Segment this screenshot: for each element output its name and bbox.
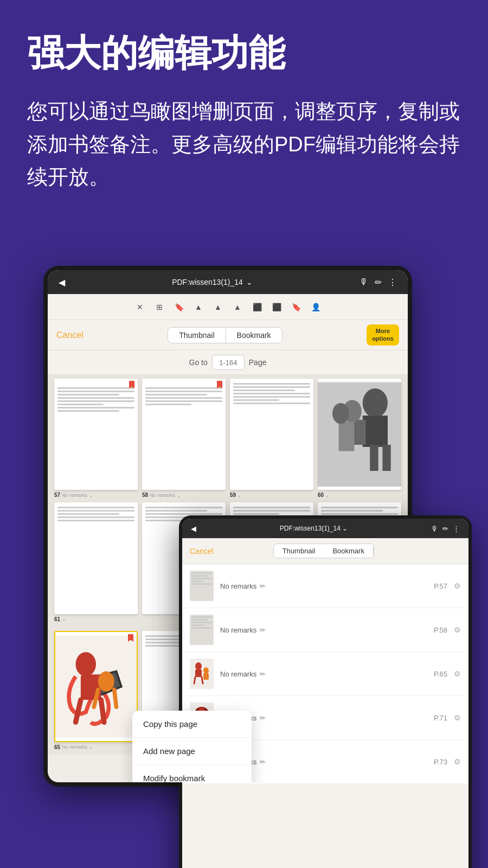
context-menu-bookmark[interactable]: Modify bookmark — [132, 765, 252, 782]
svg-point-16 — [203, 667, 209, 674]
goto-input[interactable] — [212, 355, 245, 370]
mockup-area: ◀ PDF:wissen13(1)_14 ⌄ 🎙 ✏ ⋮ ✕ ⊞ 🔖 ▲ ▲ ▲ — [27, 266, 461, 868]
bookmark-item-57[interactable]: No remarks ✏ P.57 ⚙ — [182, 564, 468, 608]
goto-bar: Go to Page — [48, 350, 408, 374]
more-icon[interactable]: ⋮ — [388, 277, 397, 288]
bookmark-remarks-57: No remarks — [220, 582, 256, 590]
svg-point-14 — [195, 662, 202, 670]
thumb-page-57[interactable]: 57 No remarks ⌄ — [54, 379, 138, 498]
bookmark-settings-58[interactable]: ⚙ — [454, 626, 461, 634]
tab-bookmark[interactable]: Bookmark — [226, 328, 282, 343]
toolbar-icon-4[interactable]: ▲ — [191, 299, 206, 315]
bookmark-settings-73[interactable]: ⚙ — [454, 757, 461, 766]
bookmark-edit-icon-73[interactable]: ✏ — [260, 758, 266, 766]
toolbar-icon-9[interactable]: 🔖 — [288, 299, 304, 315]
bookmark-thumb-58 — [190, 615, 214, 645]
bookmark-thumb-57 — [190, 571, 214, 601]
back-button[interactable]: ◀ — [59, 277, 65, 288]
thumb-page-57-preview — [54, 379, 138, 490]
sec-pdf-title: PDF:wissen13(1)_14 ⌄ — [280, 525, 348, 532]
thumb-label-59: 59 ⌄ — [230, 492, 313, 498]
context-menu-copy[interactable]: Copy this page — [132, 711, 252, 738]
svg-point-1 — [363, 388, 388, 418]
bookmark-item-58[interactable]: No remarks ✏ P.58 ⚙ — [182, 608, 468, 652]
pen-icon[interactable]: ✏ — [375, 277, 382, 288]
thumb-page-61[interactable]: 61 ⌄ — [54, 502, 138, 622]
bookmark-settings-71[interactable]: ⚙ — [454, 713, 461, 722]
toolbar-icon-6[interactable]: ▲ — [230, 299, 245, 315]
more-options-button[interactable]: More options — [367, 324, 399, 345]
bookmark-edit-icon-58[interactable]: ✏ — [260, 626, 266, 634]
mic-icon[interactable]: 🎙 — [359, 277, 368, 287]
thumb-page-58[interactable]: 58 No remarks ⌄ — [142, 379, 226, 498]
thumb-page-59[interactable]: 59 ⌄ — [230, 379, 313, 498]
svg-rect-17 — [203, 673, 209, 680]
sec-pen-icon[interactable]: ✏ — [442, 525, 448, 533]
pdf-header: Cancel Thumbnail Bookmark More options — [48, 320, 408, 350]
bookmark-edit-icon-71[interactable]: ✏ — [260, 714, 266, 722]
svg-rect-5 — [339, 422, 355, 451]
svg-rect-15 — [195, 669, 202, 677]
bookmark-info-65: No remarks ✏ — [220, 670, 427, 678]
bookmark-page-57: P.57 — [434, 582, 447, 590]
thumb-label-65: 65 No remarks ⌄ — [54, 744, 138, 750]
bookmark-info-58: No remarks ✏ — [220, 626, 427, 634]
pdf-filename: PDF:wissen13(1)_14 — [172, 278, 243, 286]
status-bar-actions: 🎙 ✏ ⋮ — [359, 277, 397, 288]
sec-tab-bookmark[interactable]: Bookmark — [324, 544, 374, 558]
sec-status-icons: 🎙 ✏ ⋮ — [431, 525, 460, 533]
tablet-secondary-screen: ◀ PDF:wissen13(1)_14 ⌄ 🎙 ✏ ⋮ Cancel Thum… — [182, 519, 468, 868]
sec-more-icon[interactable]: ⋮ — [453, 525, 460, 533]
secondary-status-bar: ◀ PDF:wissen13(1)_14 ⌄ 🎙 ✏ ⋮ — [182, 519, 468, 538]
thumb-label-57: 57 No remarks ⌄ — [54, 492, 138, 498]
thumb-page-58-preview — [142, 379, 226, 490]
toolbar-icon-8[interactable]: ⬛ — [269, 299, 284, 315]
hero-description: 您可以通过鸟瞰图增删页面，调整页序，复制或添加书签备注。更多高级的PDF编辑功能… — [27, 95, 461, 194]
tablet-secondary: ◀ PDF:wissen13(1)_14 ⌄ 🎙 ✏ ⋮ Cancel Thum… — [179, 515, 472, 868]
sec-back-button[interactable]: ◀ — [191, 525, 196, 533]
hero-section: 强大的编辑功能 您可以通过鸟瞰图增删页面，调整页序，复制或添加书签备注。更多高级… — [0, 0, 488, 210]
thumb-label-58: 58 No remarks ⌄ — [142, 492, 226, 498]
bookmark-thumb-65 — [190, 659, 214, 689]
bookmark-page-65: P.65 — [434, 670, 447, 678]
bookmark-edit-icon-57[interactable]: ✏ — [260, 582, 266, 590]
bookmark-remarks-58: No remarks — [220, 626, 256, 634]
tab-thumbnail[interactable]: Thumbnail — [168, 328, 226, 343]
thumb-page-65[interactable]: 65 No remarks ⌄ — [54, 631, 138, 750]
bookmark-settings-57[interactable]: ⚙ — [454, 582, 461, 590]
tab-group: Thumbnail Bookmark — [168, 327, 282, 343]
bookmark-item-65[interactable]: No remarks ✏ P.65 ⚙ — [182, 652, 468, 696]
toolbar-icon-5[interactable]: ▲ — [210, 299, 226, 315]
bookmark-edit-icon-65[interactable]: ✏ — [260, 670, 266, 678]
sec-mic-icon[interactable]: 🎙 — [431, 525, 438, 533]
thumb-page-65-preview — [54, 631, 138, 742]
page-label: Page — [249, 358, 267, 367]
toolbar-icon-2[interactable]: ⊞ — [152, 299, 167, 315]
bookmark-page-58: P.58 — [434, 626, 447, 634]
svg-point-12 — [98, 671, 114, 692]
context-menu-add[interactable]: Add new page — [132, 738, 252, 765]
thumb-page-60[interactable]: 60 ⌄ — [318, 379, 401, 498]
toolbar-icon-10[interactable]: 👤 — [308, 299, 323, 315]
pdf-title: PDF:wissen13(1)_14 ⌄ — [172, 278, 253, 286]
secondary-header: Cancel Thumbnail Bookmark — [182, 538, 468, 564]
thumb-label-61: 61 ⌄ — [54, 616, 138, 622]
sec-cancel-button[interactable]: Cancel — [190, 547, 214, 556]
toolbar-icon-7[interactable]: ⬛ — [249, 299, 265, 315]
svg-rect-2 — [363, 416, 388, 447]
sec-tab-thumbnail[interactable]: Thumbnail — [274, 544, 324, 558]
goto-label: Go to — [189, 358, 208, 367]
bookmark-page-71: P.71 — [434, 714, 447, 722]
context-menu: Copy this page Add new page Modify bookm… — [132, 711, 252, 782]
svg-point-10 — [76, 652, 97, 676]
toolbar-icon-1[interactable]: ✕ — [132, 299, 147, 315]
bookmark-remarks-65: No remarks — [220, 670, 256, 678]
hero-title: 强大的编辑功能 — [27, 33, 461, 73]
cancel-button[interactable]: Cancel — [56, 330, 84, 340]
sec-tab-group: Thumbnail Bookmark — [273, 544, 374, 558]
svg-rect-7 — [370, 445, 378, 471]
bookmark-settings-65[interactable]: ⚙ — [454, 669, 461, 678]
toolbar-icon-3[interactable]: 🔖 — [171, 299, 187, 315]
thumb-page-59-preview — [230, 379, 313, 490]
dropdown-icon[interactable]: ⌄ — [246, 278, 253, 286]
